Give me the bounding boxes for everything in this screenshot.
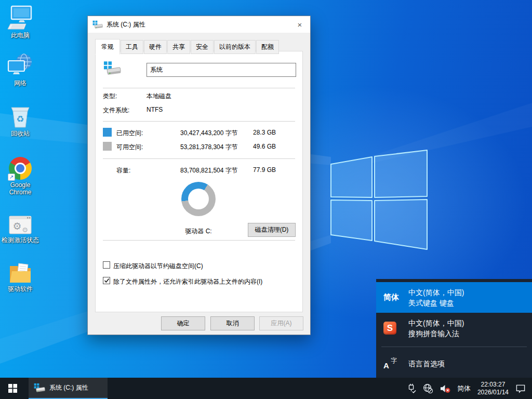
taskbar-task-properties[interactable]: 系统 (C:) 属性 bbox=[29, 378, 108, 399]
lang-item-subtitle: 搜狗拼音输入法 bbox=[408, 328, 464, 339]
filesystem-value: NTFS bbox=[147, 106, 163, 113]
network-no-internet-icon[interactable] bbox=[423, 383, 433, 393]
compress-checkbox[interactable] bbox=[103, 261, 110, 269]
free-space-swatch bbox=[103, 142, 112, 151]
this-pc-icon bbox=[1, 5, 40, 30]
desktop-icon-recycle-bin[interactable]: ♻ 回收站 bbox=[1, 103, 40, 137]
separator bbox=[103, 88, 295, 88]
used-space-bytes: 30,427,443,200 字节 bbox=[180, 129, 238, 138]
free-space-size: 49.6 GB bbox=[253, 143, 276, 150]
language-preferences-icon: A 字 bbox=[383, 357, 397, 370]
tab-tools[interactable]: 工具 bbox=[121, 40, 143, 54]
svg-text:♻: ♻ bbox=[16, 114, 24, 124]
capacity-label: 容量: bbox=[116, 166, 130, 175]
compress-checkbox-label[interactable]: 压缩此驱动器以节约磁盘空间(C) bbox=[113, 262, 203, 271]
tab-quota[interactable]: 配额 bbox=[256, 40, 279, 54]
action-center-icon[interactable] bbox=[515, 384, 526, 393]
drive-caption: 驱动器 C: bbox=[167, 227, 230, 236]
desktop-icon-this-pc[interactable]: 此电脑 bbox=[1, 5, 40, 39]
drive-icon bbox=[92, 20, 103, 29]
sogou-icon: S bbox=[383, 322, 396, 335]
windows-start-icon bbox=[8, 384, 17, 393]
tab-strip: 常规 工具 硬件 共享 安全 以前的版本 配额 bbox=[95, 38, 280, 54]
activation-app-icon: ⚙ ⚙ bbox=[1, 210, 40, 235]
usage-donut bbox=[181, 182, 216, 216]
lang-item-title: 语言首选项 bbox=[408, 358, 445, 369]
type-value: 本地磁盘 bbox=[147, 92, 171, 101]
checkmark-icon bbox=[104, 278, 110, 283]
drive-icon bbox=[34, 383, 45, 393]
shortcut-arrow-icon: ↗ bbox=[8, 174, 15, 181]
desktop-icon-driver-folder[interactable]: 驱动软件 bbox=[1, 259, 40, 292]
dialog-titlebar[interactable]: 系统 (C:) 属性 × bbox=[88, 16, 310, 33]
task-label: 系统 (C:) 属性 bbox=[49, 383, 88, 392]
lang-preferences-item[interactable]: A 字 语言首选项 bbox=[376, 350, 532, 377]
separator bbox=[103, 158, 295, 159]
desktop-icon-label: 回收站 bbox=[1, 130, 40, 137]
free-space-label: 可用空间: bbox=[116, 143, 143, 152]
taskbar: 系统 (C:) 属性 bbox=[0, 378, 532, 399]
clock-time: 22:03:27 bbox=[477, 381, 509, 389]
lang-item-subtitle: 美式键盘 键盘 bbox=[408, 298, 464, 308]
dialog-title: 系统 (C:) 属性 bbox=[107, 20, 289, 29]
tab-previous-versions[interactable]: 以前的版本 bbox=[214, 40, 256, 54]
svg-text:⚙: ⚙ bbox=[22, 226, 28, 234]
tab-sharing[interactable]: 共享 bbox=[167, 40, 190, 54]
tab-hardware[interactable]: 硬件 bbox=[144, 40, 167, 54]
usb-safely-remove-icon[interactable] bbox=[407, 383, 416, 393]
desktop-icon-label: 此电脑 bbox=[1, 32, 40, 39]
filesystem-label: 文件系统: bbox=[103, 106, 129, 115]
apply-button[interactable]: 应用(A) bbox=[259, 316, 303, 330]
used-space-label: 已用空间: bbox=[116, 129, 143, 138]
properties-dialog: 系统 (C:) 属性 × 常规 工具 硬件 共享 安全 以前的版本 配额 bbox=[87, 16, 311, 335]
general-tab-page: 类型: 本地磁盘 文件系统: NTFS 已用空间: 30,427,443,200… bbox=[95, 51, 303, 312]
lang-item-us-keyboard[interactable]: 简体 中文(简体，中国) 美式键盘 键盘 bbox=[376, 282, 532, 313]
lang-item-title: 中文(简体，中国) bbox=[408, 287, 464, 298]
cancel-button[interactable]: 取消 bbox=[210, 316, 255, 330]
tray-language-indicator[interactable]: 简体 bbox=[457, 384, 471, 393]
capacity-bytes: 83,708,821,504 字节 bbox=[180, 166, 238, 175]
svg-text:⚙: ⚙ bbox=[12, 221, 21, 232]
close-icon[interactable]: × bbox=[289, 16, 310, 33]
taskbar-clock[interactable]: 22:03:27 2026/01/14 bbox=[477, 381, 509, 396]
disk-cleanup-button[interactable]: 磁盘清理(D) bbox=[248, 223, 296, 237]
clock-date: 2026/01/14 bbox=[477, 389, 509, 396]
divider bbox=[381, 347, 527, 347]
desktop-icon-chrome[interactable]: ↗ Google Chrome bbox=[1, 155, 40, 196]
desktop-icon-label: 驱动软件 bbox=[1, 285, 40, 292]
language-flyout: 简体 中文(简体，中国) 美式键盘 键盘 S 中文(简体，中国) 搜狗拼音输入法… bbox=[376, 279, 532, 378]
type-label: 类型: bbox=[103, 92, 117, 101]
desktop: 此电脑 网络 ♻ 回收站 ↗ G bbox=[0, 0, 532, 399]
start-button[interactable] bbox=[0, 378, 25, 399]
separator bbox=[103, 121, 295, 122]
network-icon bbox=[1, 53, 40, 78]
tab-general[interactable]: 常规 bbox=[95, 39, 120, 55]
index-checkbox[interactable] bbox=[103, 277, 110, 284]
desktop-icon-label: 检测激活状态 bbox=[1, 236, 40, 244]
volume-label-input[interactable] bbox=[147, 63, 296, 77]
index-checkbox-label[interactable]: 除了文件属性外，还允许索引此驱动器上文件的内容(I) bbox=[113, 277, 262, 286]
desktop-icon-network[interactable]: 网络 bbox=[1, 53, 40, 87]
ok-button[interactable]: 确定 bbox=[161, 316, 205, 330]
system-tray: 简体 22:03:27 2026/01/14 bbox=[407, 381, 532, 396]
lang-badge: 简体 bbox=[383, 292, 399, 302]
free-space-bytes: 53,281,378,304 字节 bbox=[180, 143, 238, 152]
tab-security[interactable]: 安全 bbox=[191, 40, 214, 54]
folder-icon bbox=[1, 259, 40, 284]
lang-item-title: 中文(简体，中国) bbox=[408, 318, 464, 328]
used-space-swatch bbox=[103, 128, 112, 137]
desktop-icon-activation-check[interactable]: ⚙ ⚙ 检测激活状态 bbox=[1, 210, 40, 244]
chrome-icon: ↗ bbox=[1, 155, 40, 180]
lang-item-sogou-pinyin[interactable]: S 中文(简体，中国) 搜狗拼音输入法 bbox=[376, 313, 532, 343]
capacity-size: 77.9 GB bbox=[253, 166, 276, 174]
separator bbox=[103, 240, 295, 241]
usage-donut-hole bbox=[188, 189, 209, 209]
desktop-icon-label: Google Chrome bbox=[1, 181, 40, 196]
desktop-icon-label: 网络 bbox=[1, 79, 40, 87]
recycle-bin-icon: ♻ bbox=[1, 103, 40, 128]
volume-muted-icon[interactable] bbox=[440, 384, 450, 393]
drive-icon bbox=[103, 61, 121, 76]
used-space-size: 28.3 GB bbox=[253, 129, 276, 136]
